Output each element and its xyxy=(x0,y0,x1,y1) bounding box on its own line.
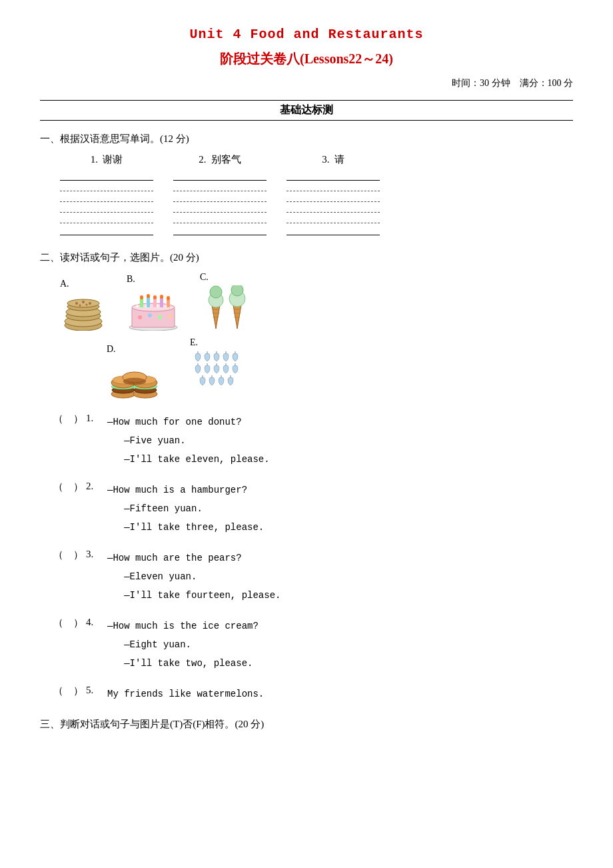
svg-point-39 xyxy=(231,285,243,296)
word-item-3: 3. 请 xyxy=(287,153,380,237)
section2: 二、读对话或句子，选图片。(20 分) A. xyxy=(40,251,573,703)
svg-point-26 xyxy=(158,315,162,319)
svg-point-21 xyxy=(153,295,157,299)
svg-point-6 xyxy=(75,302,78,305)
q-num-5: 5. xyxy=(86,685,105,696)
time-label: 时间：30 分钟 xyxy=(452,78,510,88)
section3: 三、判断对话或句子与图片是(T)否(F)相符。(20 分) xyxy=(40,718,573,731)
q-num-4: 4. xyxy=(86,617,105,628)
image-option-C: C. xyxy=(200,272,253,331)
svg-point-7 xyxy=(82,301,85,303)
svg-marker-34 xyxy=(233,305,241,329)
word-item-2: 2. 别客气 xyxy=(173,153,267,237)
svg-point-23 xyxy=(167,296,170,300)
svg-point-27 xyxy=(168,314,172,318)
q-num-2: 2. xyxy=(86,481,105,492)
image-option-A: A. xyxy=(60,279,107,331)
time-info: 时间：30 分钟 满分：100 分 xyxy=(40,77,573,89)
bracket-5: （ ） xyxy=(53,685,83,697)
dialog-q2: （ ） 2. —How much is a hamburger? —Fiftee… xyxy=(53,481,573,537)
section-header: 基础达标测 xyxy=(40,100,573,121)
dialog-q5: （ ） 5. My friends like watermelons. xyxy=(53,685,573,703)
svg-point-10 xyxy=(86,304,88,306)
section2-title: 二、读对话或句子，选图片。(20 分) xyxy=(40,251,573,264)
svg-rect-16 xyxy=(153,298,157,307)
section1: 一、根据汉语意思写单词。(12 分) 1. 谢谢 2. 别客气 xyxy=(40,133,573,237)
dialog-q3: （ ） 3. —How much are the pears? —Eleven … xyxy=(53,549,573,605)
svg-point-8 xyxy=(89,302,91,305)
word-label-2: 2. 别客气 xyxy=(199,153,241,166)
bracket-3: （ ） xyxy=(53,549,83,561)
bracket-2: （ ） xyxy=(53,481,83,493)
q-num-1: 1. xyxy=(86,413,105,424)
image-option-B: B. xyxy=(127,274,180,331)
svg-rect-17 xyxy=(160,297,163,307)
svg-point-22 xyxy=(160,295,163,299)
section3-title: 三、判断对话或句子与图片是(T)否(F)相符。(20 分) xyxy=(40,718,573,731)
word-label-3: 3. 请 xyxy=(322,153,344,166)
svg-point-19 xyxy=(140,295,143,299)
svg-rect-15 xyxy=(147,297,150,307)
bracket-4: （ ） xyxy=(53,617,83,629)
dialog-q1: （ ） 1. —How much for one donut? —Five yu… xyxy=(53,413,573,469)
svg-rect-14 xyxy=(140,298,143,307)
score-label: 满分：100 分 xyxy=(520,78,574,88)
bracket-1: （ ） xyxy=(53,413,83,425)
section1-title: 一、根据汉语意思写单词。(12 分) xyxy=(40,133,573,145)
image-option-D: D. xyxy=(107,344,163,401)
svg-point-25 xyxy=(148,313,152,317)
svg-point-24 xyxy=(138,315,142,319)
svg-point-9 xyxy=(79,305,81,307)
word-label-1: 1. 谢谢 xyxy=(91,153,123,166)
svg-marker-28 xyxy=(212,305,220,329)
svg-point-33 xyxy=(210,286,222,298)
page-title-cn: 阶段过关卷八(Lessons22～24) xyxy=(40,50,573,68)
dialog-q4: （ ） 4. —How much is the ice cream? —Eigh… xyxy=(53,617,573,673)
page-title-en: Unit 4 Food and Restaurants xyxy=(40,27,573,42)
dialog-questions: （ ） 1. —How much for one donut? —Five yu… xyxy=(40,413,573,703)
svg-point-51 xyxy=(123,378,146,385)
svg-point-20 xyxy=(147,294,150,298)
image-option-E: E. xyxy=(190,337,257,401)
q-num-3: 3. xyxy=(86,549,105,560)
word-item-1: 1. 谢谢 xyxy=(60,153,153,237)
